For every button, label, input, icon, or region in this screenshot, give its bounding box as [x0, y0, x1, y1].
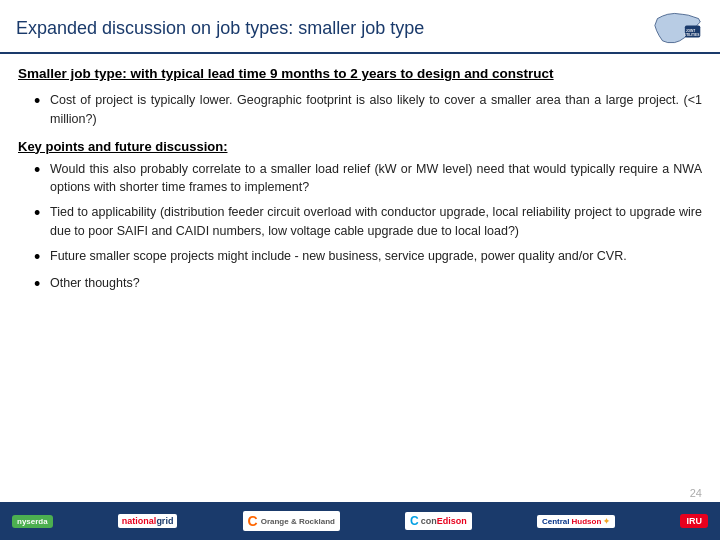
iru-badge: IRU [680, 514, 708, 528]
bullet-item-2: • Would this also probably correlate to … [34, 160, 702, 198]
bullet-dot-3: • [34, 203, 50, 225]
bullet-text-4: Future smaller scope projects might incl… [50, 247, 702, 266]
nyserda-badge: nyserda [12, 515, 53, 528]
bullet-text-1: Cost of project is typically lower. Geog… [50, 91, 702, 129]
bullet-item-1: • Cost of project is typically lower. Ge… [34, 91, 702, 129]
nationalgrid-badge: nationalgrid [118, 514, 178, 528]
bullet-dot-2: • [34, 160, 50, 182]
page-number: 24 [690, 487, 720, 501]
bullet-dot-4: • [34, 247, 50, 269]
page-number-row: 24 [0, 483, 720, 502]
bullet-text-5: Other thoughts? [50, 274, 702, 293]
footer-bar: nyserda nationalgrid C Orange & Rockland… [0, 502, 720, 540]
bullet-dot-5: • [34, 274, 50, 296]
bullet-item-5: • Other thoughts? [34, 274, 702, 296]
footer-logo-nationalgrid: nationalgrid [118, 514, 178, 528]
content-area: Smaller job type: with typical lead time… [0, 54, 720, 483]
footer-logo-iru: IRU [680, 514, 708, 528]
or-badge: C Orange & Rockland [243, 511, 340, 531]
logo-area: JOINT UTILITIES [652, 10, 704, 46]
centralhudson-badge: Central Hudson ✦ [537, 515, 615, 528]
bullet-list-1: • Cost of project is typically lower. Ge… [34, 91, 702, 129]
bullet-text-2: Would this also probably correlate to a … [50, 160, 702, 198]
footer-logo-centralhudson: Central Hudson ✦ [537, 515, 615, 528]
svg-text:UTILITIES: UTILITIES [684, 33, 700, 37]
ny-map-icon: JOINT UTILITIES [652, 10, 704, 46]
section2-title: Key points and future discussion: [18, 139, 702, 154]
slide-container: Expanded discussion on job types: smalle… [0, 0, 720, 540]
bullet-item-3: • Tied to applicability (distribution fe… [34, 203, 702, 241]
bullet-text-3: Tied to applicability (distribution feed… [50, 203, 702, 241]
header-bar: Expanded discussion on job types: smalle… [0, 0, 720, 54]
footer-logo-conedison: C conEdison [405, 512, 472, 530]
bullet-dot-1: • [34, 91, 50, 113]
footer-logo-nyserda: nyserda [12, 515, 53, 528]
page-title: Expanded discussion on job types: smalle… [16, 18, 424, 39]
bullet-list-2: • Would this also probably correlate to … [34, 160, 702, 296]
footer-logo-or: C Orange & Rockland [243, 511, 340, 531]
section1-title: Smaller job type: with typical lead time… [18, 66, 702, 81]
conedison-badge: C conEdison [405, 512, 472, 530]
bullet-item-4: • Future smaller scope projects might in… [34, 247, 702, 269]
